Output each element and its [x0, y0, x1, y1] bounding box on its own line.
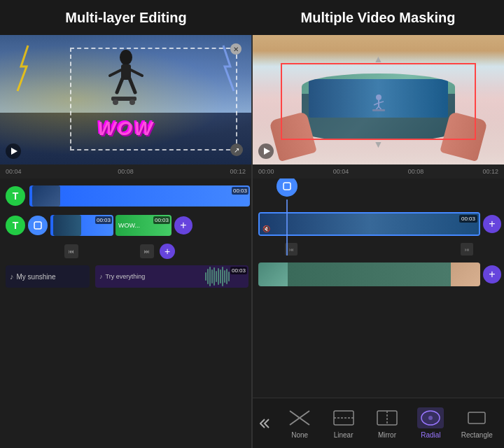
right-panel-title: Multiple Video Masking [301, 10, 456, 25]
text-track-icon[interactable]: T [6, 186, 25, 206]
video-clip-1[interactable]: 00:03 [50, 215, 113, 236]
svg-rect-26 [468, 412, 485, 424]
right-ruler-mark-1: 00:04 [333, 168, 349, 175]
mirror-icon-svg [375, 409, 399, 427]
right-ruler-mark-0: 00:00 [258, 168, 274, 175]
video-clip-2[interactable]: WOW... 00:03 [115, 215, 172, 236]
ruler-mark-2: 00:08 [118, 168, 134, 175]
right-video-bg: ▲ ▼ [253, 35, 504, 164]
waveform-label: Try everything [106, 273, 146, 280]
chevron-left-icon [260, 416, 274, 430]
svg-rect-9 [34, 222, 41, 229]
chevron-down-icon[interactable]: ▼ [374, 139, 384, 150]
audio-label: My sunshine [17, 273, 56, 281]
text-clip[interactable]: 00:03 [29, 186, 250, 206]
music-icon: ♪ [10, 272, 14, 281]
clip-2-label: WOW... [118, 222, 140, 229]
right-ruler-mark-2: 00:08 [408, 168, 424, 175]
ruler-marks: 00:04 00:08 00:12 [3, 168, 248, 175]
right-panel: ▲ ▼ 00:00 00:04 00:08 00:12 [253, 35, 504, 448]
right-video-track-2: + [255, 260, 501, 289]
rectangle-tool-icon [463, 407, 490, 428]
right-clip-duration: 00:03 [459, 215, 477, 223]
right-clip-container-2 [258, 262, 480, 286]
left-panel: ✕ ↗ WOW 00:04 00:08 00:12 T [0, 35, 252, 448]
playhead-icon [282, 181, 292, 191]
video-selection-box[interactable]: ▲ ▼ [281, 63, 476, 140]
right-timeline-area: 00:03 🔇 + ⏮ ⏭ [253, 178, 504, 448]
mask-tools-container: None Linear [278, 407, 501, 439]
mask-tool-radial[interactable]: Radial [417, 407, 444, 439]
mask-tool-mirror[interactable]: Mirror [374, 407, 400, 439]
cup-clip-thumb [258, 262, 288, 286]
play-button-left[interactable] [6, 144, 21, 159]
close-selection-button[interactable]: ✕ [230, 43, 241, 55]
selection-box[interactable]: ✕ ↗ [70, 48, 237, 150]
rectangle-label: Rectangle [461, 431, 493, 439]
clip-1-duration: 00:03 [95, 216, 112, 224]
linear-label: Linear [334, 431, 354, 439]
right-playhead-circle [276, 178, 298, 197]
play-button-right[interactable] [258, 144, 274, 159]
add-bottom-video-button[interactable]: + [483, 265, 501, 284]
header: Multi-layer Editing Multiple Video Maski… [0, 0, 504, 35]
none-tool-icon [286, 407, 313, 428]
text-clip-duration: 00:03 [232, 187, 248, 195]
main-track-icon-t[interactable]: T [6, 216, 25, 235]
left-panel-title: Multi-layer Editing [65, 10, 186, 25]
right-ruler-marks: 00:00 00:04 00:08 00:12 [255, 168, 501, 175]
ruler-mark-1: 00:04 [6, 168, 22, 175]
audio-track-1[interactable]: ♪ My sunshine [6, 265, 90, 288]
cup-clip-main [288, 262, 451, 286]
mask-tool-none[interactable]: None [286, 407, 313, 439]
left-video-preview[interactable]: ✕ ↗ WOW [0, 35, 251, 164]
text-clip-thumb [32, 186, 60, 206]
add-audio-button[interactable]: + [160, 244, 175, 259]
add-clip-button[interactable]: + [174, 216, 192, 234]
mute-icon: 🔇 [262, 225, 270, 232]
svg-rect-17 [284, 183, 290, 190]
radial-icon-svg [419, 409, 442, 427]
skip-buttons-row: ⏮ ⏭ + [0, 241, 251, 262]
back-button[interactable] [255, 412, 278, 435]
main-panels: ✕ ↗ WOW 00:04 00:08 00:12 T [0, 35, 504, 448]
waveform-clip[interactable]: ♪ Try everything [95, 265, 248, 288]
svg-rect-20 [334, 411, 354, 425]
svg-point-25 [428, 416, 433, 420]
none-icon-svg [288, 409, 312, 427]
right-video-preview[interactable]: ▲ ▼ [253, 35, 504, 164]
left-timeline-ruler: 00:04 00:08 00:12 [0, 164, 251, 178]
box-icon [33, 220, 43, 230]
mask-tool-rectangle[interactable]: Rectangle [461, 407, 493, 439]
mask-tool-linear[interactable]: Linear [330, 407, 357, 439]
rotate-handle[interactable]: ↗ [230, 144, 243, 156]
header-right: Multiple Video Masking [252, 10, 504, 26]
playhead-line [286, 200, 288, 255]
main-track-row: T 00:03 WOW... 00:03 [0, 212, 251, 239]
clip-thumb-1 [53, 215, 81, 236]
none-label: None [291, 431, 308, 439]
text-track-content: 00:03 [28, 186, 248, 206]
skip-left-button[interactable]: ⏮ [64, 244, 78, 258]
skip-right-button[interactable]: ⏭ [140, 244, 154, 258]
rectangle-icon-svg [465, 409, 489, 427]
main-track-icon-box[interactable] [28, 216, 48, 235]
linear-tool-icon [330, 407, 357, 428]
ruler-mark-3: 00:12 [230, 168, 246, 175]
right-timeline-tracks: 00:03 🔇 + ⏮ ⏭ [253, 178, 504, 398]
add-video-button[interactable]: + [483, 215, 501, 233]
right-playhead-container [276, 178, 298, 255]
linear-icon-svg [332, 409, 356, 427]
right-skip-right[interactable]: ⏭ [461, 243, 473, 255]
text-track-row: T 00:03 [0, 183, 251, 209]
play-icon [11, 148, 18, 155]
header-left: Multi-layer Editing [0, 10, 252, 26]
radial-label: Radial [421, 431, 440, 439]
waveform-duration: 00:03 [230, 267, 247, 274]
clip-2-duration: 00:03 [153, 216, 170, 224]
left-timeline-area: T 00:03 T [0, 178, 251, 448]
person-clip-thumb [451, 262, 480, 286]
right-video-clip-2[interactable] [258, 262, 480, 286]
radial-tool-icon [417, 407, 444, 428]
chevron-up-icon[interactable]: ▲ [374, 53, 384, 64]
